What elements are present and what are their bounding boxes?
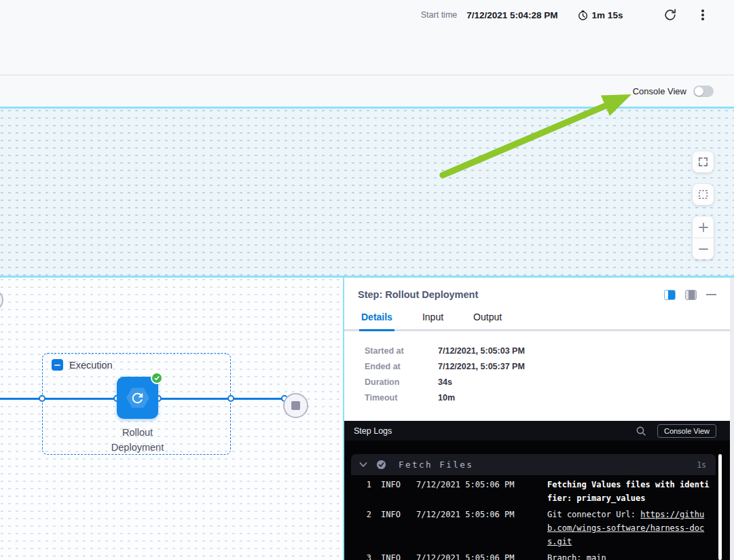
clock-icon [577, 10, 589, 21]
fullscreen-button[interactable] [693, 151, 714, 172]
minus-icon [697, 243, 710, 255]
execution-group-label: Execution [69, 360, 113, 371]
step-details-panel: Step: Rollout Deployment Details Input O… [343, 278, 734, 560]
execution-header: Start time 7/12/2021 5:04:28 PM 1m 15s [0, 0, 734, 75]
collapse-execution-button[interactable] [52, 359, 63, 371]
summary-row: Ended at 7/12/2021, 5:05:37 PM [365, 362, 734, 371]
execution-meta-row: Start time 7/12/2021 5:04:28 PM 1m 15s [0, 0, 734, 23]
start-node[interactable] [0, 289, 3, 311]
panel-scrollbar-track[interactable] [730, 278, 734, 560]
step-logs-bar: Step Logs Console View [344, 421, 734, 441]
console-view-label: Console View [633, 86, 686, 96]
end-node[interactable] [283, 393, 308, 418]
minimize-panel-button[interactable] [706, 294, 716, 296]
step-logs-actions: Console View [636, 424, 716, 438]
summary-row: Started at 7/12/2021, 5:05:03 PM [365, 346, 734, 356]
log-line: 3 INFO 7/12/2021 5:05:06 PM Branch: main [344, 551, 734, 560]
success-badge [151, 372, 163, 384]
chevron-down-icon [359, 461, 367, 468]
tab-output[interactable]: Output [471, 312, 504, 329]
console-view-bar: Console View [0, 75, 734, 107]
plus-icon [697, 221, 710, 234]
log-line: 1 INFO 7/12/2021 5:05:06 PM Fetching Val… [344, 478, 734, 505]
start-time-label: Start time [421, 10, 458, 20]
step-summary: Started at 7/12/2021, 5:05:03 PM Ended a… [344, 331, 734, 421]
fullscreen-icon [697, 155, 710, 168]
step-logs-title: Step Logs [354, 426, 636, 436]
check-circle-icon [376, 460, 386, 470]
search-icon[interactable] [636, 426, 646, 436]
elapsed-duration: 1m 15s [577, 10, 623, 21]
zoom-out-button[interactable] [693, 238, 714, 259]
stop-square-icon [291, 401, 300, 410]
summary-row: Duration 34s [365, 377, 734, 387]
panel-title: Step: Rollout Deployment [358, 289, 664, 300]
fit-to-screen-icon [697, 188, 710, 201]
toggle-knob [695, 87, 703, 96]
tab-input[interactable]: Input [420, 312, 445, 329]
summary-row: Timeout 10m [365, 393, 734, 403]
console-view-toggle[interactable] [693, 86, 714, 97]
canvas-zoom-controls [693, 151, 714, 259]
tab-details[interactable]: Details [359, 312, 394, 329]
zoom-in-out-group [693, 217, 714, 259]
log-section-title: Fetch Files [399, 460, 473, 470]
more-options-button[interactable] [697, 8, 708, 22]
hexagon-shape [124, 384, 151, 411]
log-scrollbar[interactable] [718, 454, 722, 560]
step-detail-tabs: Details Input Output [344, 312, 734, 331]
dock-right-icon[interactable] [664, 290, 676, 300]
zoom-in-button[interactable] [693, 217, 714, 238]
log-section-fetch-files[interactable]: Fetch Files 1s [351, 454, 716, 475]
elapsed-value: 1m 15s [592, 10, 623, 20]
rollout-deployment-node[interactable] [117, 377, 158, 419]
log-viewer[interactable]: Fetch Files 1s 1 INFO 7/12/2021 5:05:06 … [344, 441, 734, 560]
pipeline-execution-page: Start time 7/12/2021 5:04:28 PM 1m 15s [0, 0, 734, 560]
stage-details-split: Execution [0, 276, 734, 560]
connector-dot[interactable] [227, 395, 234, 402]
connector-dot[interactable] [39, 395, 45, 402]
minus-icon [54, 365, 60, 366]
step-node-label: Rollout Deployment [90, 425, 185, 455]
execution-group-header: Execution [43, 354, 230, 371]
dock-overlay-icon[interactable] [685, 290, 697, 300]
stage-execution-canvas[interactable]: Execution [0, 278, 343, 560]
check-icon [153, 375, 160, 381]
log-console-view-button[interactable]: Console View [657, 424, 716, 438]
panel-header: Step: Rollout Deployment [344, 278, 734, 300]
start-time-value: 7/12/2021 5:04:28 PM [466, 10, 557, 20]
refresh-icon [663, 8, 677, 22]
log-section-duration: 1s [697, 460, 706, 470]
pipeline-canvas[interactable] [0, 107, 734, 276]
refresh-button[interactable] [662, 7, 678, 23]
panel-header-actions [664, 290, 716, 300]
log-line: 2 INFO 7/12/2021 5:05:06 PM Git connecto… [344, 508, 734, 548]
fit-to-screen-button[interactable] [693, 184, 714, 205]
